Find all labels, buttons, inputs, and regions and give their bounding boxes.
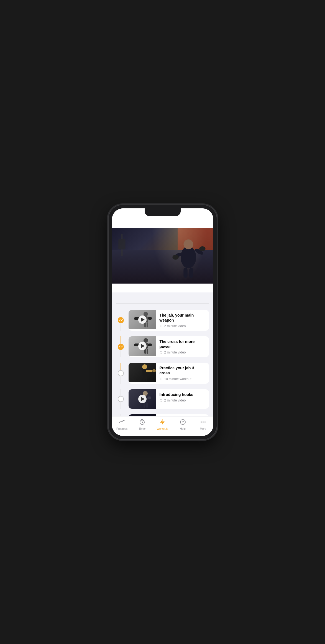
svg-marker-44 [160,419,165,425]
list-item[interactable]: Introducing hooks⏱2 minute video [116,387,209,411]
svg-rect-27 [152,369,156,372]
progress-icon [119,419,125,425]
section-header [112,297,213,302]
lesson-duration: 10 minute workout [164,377,191,381]
lesson-info: Introducing hooks⏱2 minute video [156,389,209,405]
lesson-title: Practice your jab & cross [160,365,206,375]
lesson-meta: ⏱2 minute video [160,398,206,402]
tab-more[interactable]: More [195,419,211,430]
lesson-thumbnail [129,363,156,382]
clock-icon: ⏱ [160,377,163,381]
phone-screen: ✓ The jab, your main weapon⏱2 minute vid… [112,208,213,436]
timeline-col [116,414,125,416]
lesson-card[interactable]: Using hooks⏱15 minute workout [129,414,209,416]
timeline-col [116,363,125,383]
svg-rect-9 [118,239,125,249]
workouts-icon-wrapper [159,419,166,426]
svg-rect-35 [146,403,148,408]
tab-help[interactable]: ?Help [175,419,191,430]
timeline-dot: ✓ [118,317,124,323]
timeline-dot [118,396,124,402]
hero-scene [112,228,213,284]
play-button[interactable] [138,395,147,403]
timeline-line-top [121,414,121,416]
clock-icon: ⏱ [160,398,163,402]
bolt-icon [159,419,166,425]
hero-image [112,228,213,284]
more-icon-wrapper [200,419,206,426]
tab-label: More [200,427,206,430]
screen-content: ✓ The jab, your main weapon⏱2 minute vid… [112,221,213,416]
tab-label: Progress [116,427,127,430]
page-header [112,221,213,228]
svg-point-36 [143,416,148,416]
svg-point-5 [199,246,205,251]
clock-icon: ⏱ [160,324,163,328]
tab-label: Help [180,427,186,430]
timeline-dot: ✓ [118,344,124,350]
notch [145,208,181,216]
timer-icon [139,419,145,425]
lesson-title: The jab, your main weapon [160,313,206,323]
help-icon-wrapper: ? [180,419,186,426]
lesson-duration: 2 minute video [164,350,186,354]
svg-rect-23 [147,349,148,354]
equipment-silhouette [117,231,129,259]
svg-rect-21 [148,344,152,346]
tab-workouts[interactable]: Workouts [154,419,171,430]
tab-bar: ProgressTimerWorkouts?HelpMore [112,416,213,436]
lesson-card[interactable]: The jab, your main weapon⏱2 minute video [129,310,209,331]
lesson-duration: 2 minute video [164,324,186,328]
svg-point-47 [201,421,202,423]
tab-label: Workouts [157,427,168,430]
lesson-card[interactable]: Practice your jab & cross⏱10 minute work… [129,363,209,383]
lesson-info: The cross for more power⏱2 minute video [156,336,209,357]
lesson-thumbnail [129,336,156,356]
svg-point-1 [183,239,193,249]
svg-point-0 [181,246,196,268]
svg-rect-34 [144,403,145,408]
play-triangle [141,344,145,348]
lesson-meta: ⏱10 minute workout [160,377,206,381]
svg-rect-26 [146,370,152,372]
svg-rect-6 [183,268,187,278]
lesson-title: The cross for more power [160,339,206,349]
tab-label: Timer [139,427,146,430]
svg-rect-16 [147,322,148,327]
list-item[interactable]: Practice your jab & cross⏱10 minute work… [116,360,209,386]
list-item[interactable]: ✓ The cross for more power⏱2 minute vide… [116,334,209,360]
svg-point-48 [203,421,204,423]
lesson-duration: 2 minute video [164,398,186,402]
lesson-info: The jab, your main weapon⏱2 minute video [156,310,209,331]
lesson-list: ✓ The jab, your main weapon⏱2 minute vid… [112,307,213,416]
play-triangle [141,397,145,401]
punches-section: ✓ The jab, your main weapon⏱2 minute vid… [112,295,213,416]
lesson-title: Introducing hooks [160,392,206,397]
list-item[interactable]: Using hooks⏱15 minute workout [116,411,209,416]
help-icon: ? [180,419,186,425]
svg-rect-28 [143,376,145,381]
thumb-svg [129,363,156,382]
lesson-meta: ⏱2 minute video [160,350,206,354]
timeline-col: ✓ [116,336,125,357]
lesson-thumbnail [129,310,156,329]
play-button[interactable] [138,315,147,324]
svg-rect-33 [147,396,151,399]
play-button[interactable] [138,342,147,350]
lesson-card[interactable]: Introducing hooks⏱2 minute video [129,389,209,409]
timeline-col: ✓ [116,310,125,331]
timeline-col [116,389,125,409]
tab-progress[interactable]: Progress [114,419,130,430]
progress-icon-wrapper [119,419,125,426]
boxer-silhouette [166,231,211,284]
svg-rect-14 [148,317,152,320]
lesson-thumbnail [129,389,156,409]
list-item[interactable]: ✓ The jab, your main weapon⏱2 minute vid… [116,307,209,334]
lesson-info: Practice your jab & cross⏱10 minute work… [156,363,209,383]
tab-timer[interactable]: Timer [134,419,150,430]
lesson-meta: ⏱2 minute video [160,324,206,328]
section-divider [116,304,209,304]
lesson-thumbnail [129,414,156,416]
lesson-card[interactable]: The cross for more power⏱2 minute video [129,336,209,357]
timeline-dot [118,370,124,376]
